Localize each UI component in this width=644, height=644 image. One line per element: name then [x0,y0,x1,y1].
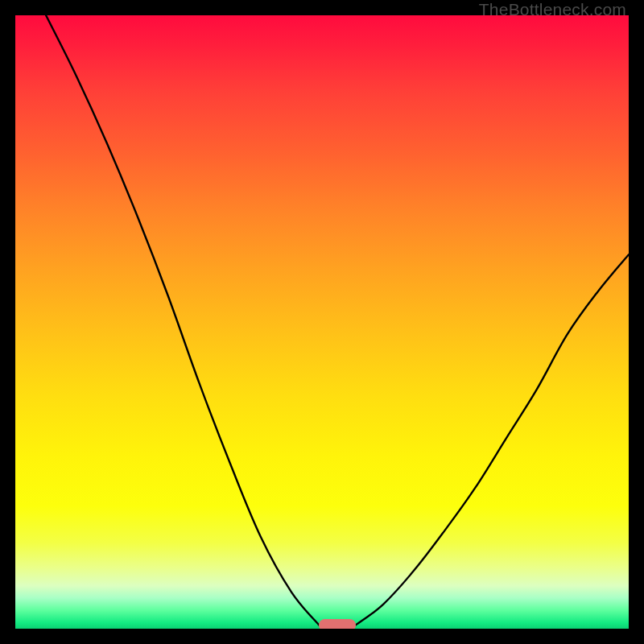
bottleneck-curve [15,15,629,629]
optimal-marker [319,619,356,629]
watermark-text: TheBottleneck.com [479,0,626,19]
chart-area [15,15,629,629]
